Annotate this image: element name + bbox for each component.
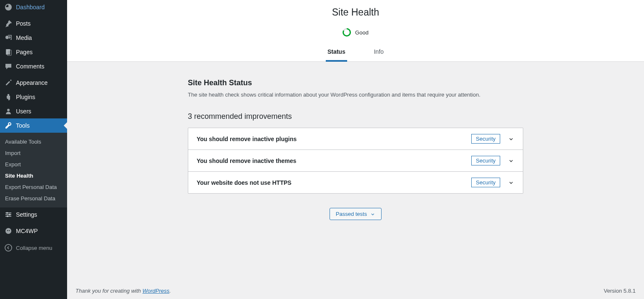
footer-thanks: Thank you for creating with WordPress. (75, 288, 171, 294)
sidebar-item-label: Tools (16, 122, 64, 129)
collapse-label: Collapse menu (16, 245, 52, 251)
sidebar-item-label: Posts (16, 20, 64, 27)
admin-sidebar: Dashboard Posts Media Pages Comments App… (0, 0, 67, 299)
sidebar-item-dashboard[interactable]: Dashboard (0, 0, 67, 14)
sidebar-item-users[interactable]: Users (0, 104, 67, 118)
submenu-site-health[interactable]: Site Health (0, 170, 67, 181)
sidebar-item-label: Pages (16, 49, 64, 55)
section-title: Site Health Status (188, 79, 523, 87)
footer-version: Version 5.8.1 (604, 288, 636, 294)
wordpress-link[interactable]: WordPress (143, 288, 169, 294)
sidebar-item-plugins[interactable]: Plugins (0, 90, 67, 104)
dashboard-icon (4, 3, 13, 11)
page-title: Site Health (67, 7, 644, 18)
svg-point-13 (5, 244, 12, 251)
sidebar-item-label: Appearance (16, 79, 64, 86)
chevron-down-icon (370, 212, 375, 217)
body: Site Health Status The site health check… (67, 62, 644, 299)
chevron-down-icon (508, 179, 514, 186)
health-indicator: Good (67, 28, 644, 37)
submenu-erase-personal-data[interactable]: Erase Personal Data (0, 193, 67, 204)
content-area: Site Health Good Status Info Site Health… (67, 0, 644, 299)
passed-tests-button[interactable]: Passed tests (330, 208, 382, 220)
sidebar-item-label: Media (16, 34, 64, 41)
chevron-down-icon (508, 136, 514, 142)
tools-submenu: Available Tools Import Export Site Healt… (0, 133, 67, 207)
tabs: Status Info (67, 44, 644, 62)
sidebar-item-settings[interactable]: Settings (0, 207, 67, 222)
settings-icon (4, 210, 13, 219)
sidebar-item-pages[interactable]: Pages (0, 45, 67, 59)
sidebar-item-appearance[interactable]: Appearance (0, 76, 67, 90)
category-badge: Security (471, 134, 500, 144)
improvements-list: You should remove inactive plugins Secur… (188, 128, 523, 194)
collapse-icon (4, 244, 13, 252)
improvement-title: Your website does not use HTTPS (197, 179, 471, 186)
sidebar-item-label: Settings (16, 211, 64, 218)
improvement-title: You should remove inactive themes (197, 157, 471, 164)
comments-icon (4, 62, 13, 71)
sidebar-item-label: MC4WP (16, 228, 64, 234)
plugins-icon (4, 93, 13, 101)
submenu-import[interactable]: Import (0, 147, 67, 159)
category-badge: Security (471, 156, 500, 165)
users-icon (4, 107, 13, 115)
section-description: The site health check shows critical inf… (188, 92, 523, 98)
improvement-title: You should remove inactive plugins (197, 136, 471, 142)
media-icon (4, 34, 13, 42)
sidebar-item-tools[interactable]: Tools (0, 118, 67, 133)
pin-icon (4, 19, 13, 28)
sidebar-item-label: Comments (16, 63, 64, 70)
category-badge: Security (471, 178, 500, 187)
chevron-down-icon (508, 157, 514, 164)
tools-icon (4, 121, 13, 130)
submenu-available-tools[interactable]: Available Tools (0, 136, 67, 147)
svg-point-11 (7, 230, 8, 231)
improvements-heading: 3 recommended improvements (188, 112, 523, 121)
header: Site Health Good Status Info (67, 0, 644, 62)
submenu-export-personal-data[interactable]: Export Personal Data (0, 181, 67, 193)
health-status-label: Good (355, 29, 369, 36)
improvement-row[interactable]: You should remove inactive themes Securi… (188, 150, 523, 171)
svg-point-3 (7, 109, 10, 111)
tab-info[interactable]: Info (372, 44, 385, 62)
svg-point-12 (9, 230, 10, 231)
svg-point-7 (6, 212, 8, 214)
passed-tests-label: Passed tests (336, 211, 367, 217)
sidebar-item-media[interactable]: Media (0, 31, 67, 45)
collapse-menu-button[interactable]: Collapse menu (0, 240, 67, 255)
sidebar-item-label: Plugins (16, 94, 64, 100)
svg-point-8 (9, 214, 10, 215)
svg-point-9 (7, 215, 8, 217)
submenu-export[interactable]: Export (0, 159, 67, 170)
improvement-row[interactable]: Your website does not use HTTPS Security (188, 171, 523, 193)
health-progress-icon (343, 28, 351, 37)
improvement-row[interactable]: You should remove inactive plugins Secur… (188, 128, 523, 150)
sidebar-item-posts[interactable]: Posts (0, 16, 67, 31)
mc4wp-icon (4, 227, 13, 235)
pages-icon (4, 48, 13, 56)
svg-point-10 (5, 228, 11, 234)
sidebar-item-label: Users (16, 108, 64, 115)
svg-point-0 (5, 36, 9, 39)
sidebar-item-comments[interactable]: Comments (0, 59, 67, 73)
admin-footer: Thank you for creating with WordPress. V… (67, 282, 644, 299)
sidebar-item-label: Dashboard (16, 4, 64, 10)
appearance-icon (4, 79, 13, 87)
sidebar-item-mc4wp[interactable]: MC4WP (0, 224, 67, 238)
tab-status[interactable]: Status (326, 44, 347, 62)
